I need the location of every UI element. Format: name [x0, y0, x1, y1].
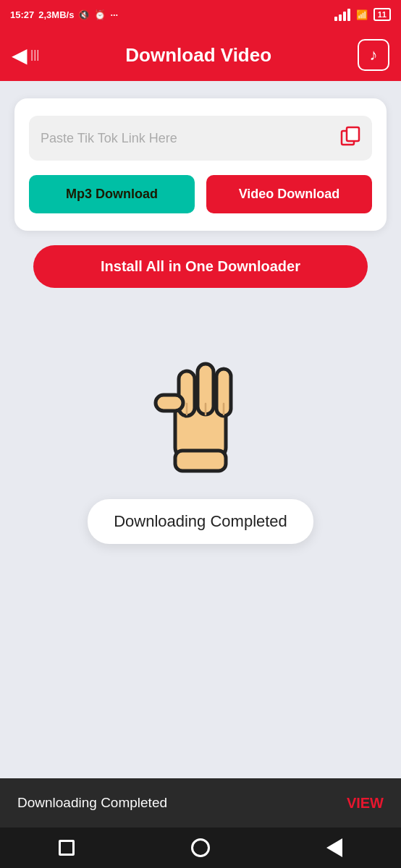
back-lines-icon: |||: [30, 48, 39, 61]
back-nav-button[interactable]: [326, 838, 342, 857]
input-card: Paste Tik Tok Link Here Mp3 Download Vid…: [14, 98, 387, 231]
bottom-status-text: Downloading Completed: [17, 795, 167, 811]
home-icon: [191, 838, 210, 857]
mute-icon: 🔇: [78, 9, 90, 20]
back-arrow-icon: ◀: [12, 43, 28, 67]
back-button[interactable]: ◀ |||: [12, 43, 39, 67]
back-nav-icon: [326, 838, 342, 857]
status-time: 15:27: [10, 9, 34, 20]
status-bar: 15:27 2,3MB/s 🔇 ⏰ ··· 📶 11: [0, 0, 401, 29]
install-all-button[interactable]: Install All in One Downloader: [33, 245, 368, 288]
status-left: 15:27 2,3MB/s 🔇 ⏰ ···: [10, 9, 118, 20]
downloading-completed-toast: Downloading Completed: [88, 499, 313, 544]
hand-pointer-icon: [143, 346, 258, 492]
video-download-button[interactable]: Video Download: [206, 175, 372, 213]
view-button[interactable]: VIEW: [347, 795, 384, 812]
main-content: Paste Tik Tok Link Here Mp3 Download Vid…: [0, 81, 401, 561]
tiktok-icon: ♪: [370, 46, 378, 64]
alarm-icon: ⏰: [94, 9, 106, 20]
action-buttons-row: Mp3 Download Video Download: [29, 175, 372, 213]
wifi-icon: 📶: [356, 9, 368, 20]
page-title: Download Video: [39, 44, 358, 67]
svg-rect-10: [175, 451, 226, 471]
status-right: 📶 11: [334, 8, 391, 21]
bottom-notification-bar: Downloading Completed VIEW: [0, 778, 401, 827]
link-input-placeholder: Paste Tik Tok Link Here: [41, 131, 340, 146]
svg-rect-6: [156, 395, 183, 411]
signal-icon: [334, 9, 350, 21]
stop-icon: [59, 840, 75, 856]
battery-icon: 11: [373, 8, 391, 21]
hand-area: Downloading Completed: [88, 346, 313, 544]
status-speed: 2,3MB/s: [38, 9, 74, 20]
nav-bar: [0, 827, 401, 868]
mp3-download-button[interactable]: Mp3 Download: [29, 175, 195, 213]
more-icon: ···: [110, 9, 118, 20]
stop-button[interactable]: [59, 840, 75, 856]
svg-rect-1: [347, 127, 359, 141]
header: ◀ ||| Download Video ♪: [0, 29, 401, 81]
home-button[interactable]: [191, 838, 210, 857]
tiktok-icon-button[interactable]: ♪: [358, 39, 389, 71]
paste-icon: [340, 126, 360, 150]
link-input-container[interactable]: Paste Tik Tok Link Here: [29, 116, 372, 161]
